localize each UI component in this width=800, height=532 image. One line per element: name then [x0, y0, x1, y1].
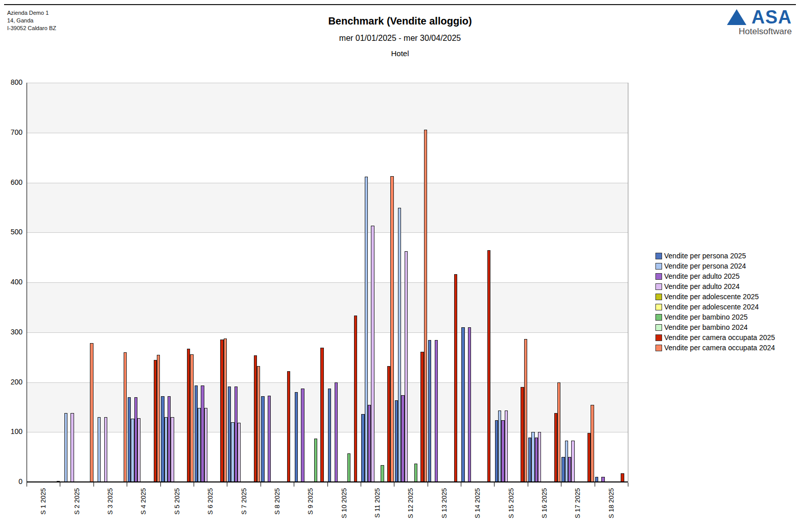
legend-swatch [655, 324, 662, 331]
bar-group [461, 83, 494, 482]
y-axis-tick-label: 500 [0, 228, 22, 236]
page-title: Benchmark (Vendite alloggio) [0, 15, 800, 27]
x-axis-tick [428, 482, 428, 487]
x-axis-label: S 2 2025 [73, 488, 81, 515]
y-axis-tick-label: 300 [0, 328, 22, 336]
x-axis-label: S 4 2025 [139, 488, 147, 515]
x-axis-label-cell: S 1 2025 [27, 488, 60, 532]
legend-item: Vendite per adolescente 2024 [655, 302, 775, 312]
legend-swatch [655, 334, 662, 341]
date-range: mer 01/01/2025 - mer 30/04/2025 [0, 34, 800, 43]
x-axis-label: S 10 2025 [340, 488, 348, 518]
bar-slot [524, 83, 527, 482]
legend-label: Vendite per camera occupata 2024 [664, 344, 775, 352]
x-axis-tick [227, 482, 227, 487]
x-axis-tick [160, 482, 161, 487]
bar-group [160, 83, 194, 482]
bar-slot [290, 83, 293, 482]
bars-layer [27, 83, 628, 482]
y-axis-tick-label: 600 [0, 178, 22, 186]
bar-slot [124, 83, 127, 482]
bar-slot [224, 83, 227, 482]
x-axis-label: S 5 2025 [173, 488, 181, 515]
y-axis-tick-label: 200 [0, 378, 22, 386]
x-axis-label: S 3 2025 [106, 488, 114, 515]
x-axis-tick [327, 482, 328, 487]
legend-swatch [655, 304, 662, 310]
legend-item: Vendite per bambino 2024 [655, 322, 775, 332]
bar-slot [357, 83, 360, 482]
x-axis-label-cell: S 4 2025 [127, 488, 160, 532]
legend-item: Vendite per camera occupata 2024 [655, 343, 775, 353]
y-axis-tick-label: 700 [0, 128, 22, 136]
legend-label: Vendite per camera occupata 2025 [664, 333, 775, 342]
bar-slot [390, 83, 393, 482]
x-axis-ticks [27, 482, 628, 487]
bar-group [327, 83, 361, 482]
legend-swatch [655, 283, 662, 290]
x-axis-labels: S 1 2025S 2 2025S 3 2025S 4 2025S 5 2025… [27, 488, 628, 532]
x-axis-label: S 8 2025 [273, 488, 281, 515]
x-axis-label-cell: S 18 2025 [595, 488, 628, 532]
x-axis-tick [361, 482, 361, 487]
bar-slot [557, 83, 560, 482]
bar-group [194, 83, 227, 482]
bar [190, 354, 193, 482]
x-axis-label-cell: S 5 2025 [160, 488, 194, 532]
hotel-label: Hotel [0, 49, 800, 58]
x-axis-label-cell: S 14 2025 [461, 488, 494, 532]
x-axis-label-cell: S 3 2025 [93, 488, 127, 532]
legend-swatch [655, 294, 662, 300]
bar-group [261, 83, 294, 482]
asa-tagline: Hotelsoftware [727, 27, 792, 37]
legend-item: Vendite per adolescente 2025 [655, 292, 775, 302]
bar [224, 338, 227, 482]
x-axis-tick [461, 482, 461, 487]
bar-slot [190, 83, 193, 482]
bar-group [127, 83, 160, 482]
x-axis-tick [93, 482, 94, 487]
x-axis-label-cell: S 2 2025 [60, 488, 93, 532]
bar [124, 352, 127, 482]
bar-slot [57, 83, 60, 482]
x-axis-label: S 7 2025 [240, 488, 248, 515]
bar [390, 176, 393, 482]
bar-group [361, 83, 394, 482]
x-axis-label: S 14 2025 [474, 488, 481, 518]
x-axis-label: S 1 2025 [39, 488, 47, 515]
x-axis-tick [60, 482, 60, 487]
x-axis-tick [194, 482, 194, 487]
legend-swatch [655, 273, 662, 280]
x-axis-label: S 12 2025 [407, 488, 414, 518]
bar-group [394, 83, 428, 482]
bar-group [595, 83, 628, 482]
bar [524, 339, 527, 482]
y-axis-tick-label: 800 [0, 78, 22, 86]
legend-label: Vendite per bambino 2025 [664, 313, 747, 321]
top-divider [4, 4, 796, 5]
benchmark-chart: 0100200300400500600700800 S 1 2025S 2 20… [0, 83, 800, 532]
x-axis-label: S 6 2025 [206, 488, 214, 515]
bar-group [27, 83, 60, 482]
x-axis-label-cell: S 6 2025 [194, 488, 227, 532]
x-axis-label-cell: S 9 2025 [294, 488, 327, 532]
y-axis-labels: 0100200300400500600700800 [0, 83, 22, 482]
x-axis-label: S 18 2025 [607, 488, 615, 518]
bar-slot [257, 83, 260, 482]
x-axis-tick [628, 482, 628, 487]
legend-swatch [655, 263, 662, 270]
x-axis-tick [394, 482, 394, 487]
bar-group [428, 83, 461, 482]
bar-group [561, 83, 594, 482]
x-axis-label: S 16 2025 [540, 488, 548, 518]
legend-label: Vendite per adolescente 2025 [664, 293, 759, 301]
bar [90, 343, 93, 482]
legend-label: Vendite per adolescente 2024 [664, 303, 759, 311]
x-axis-label: S 9 2025 [307, 488, 314, 515]
legend-item: Vendite per adulto 2025 [655, 271, 775, 281]
x-axis-label-cell: S 13 2025 [428, 488, 461, 532]
x-axis-label-cell: S 16 2025 [528, 488, 561, 532]
legend-label: Vendite per adulto 2024 [664, 282, 740, 291]
x-axis-tick [595, 482, 595, 487]
x-axis-tick [261, 482, 261, 487]
